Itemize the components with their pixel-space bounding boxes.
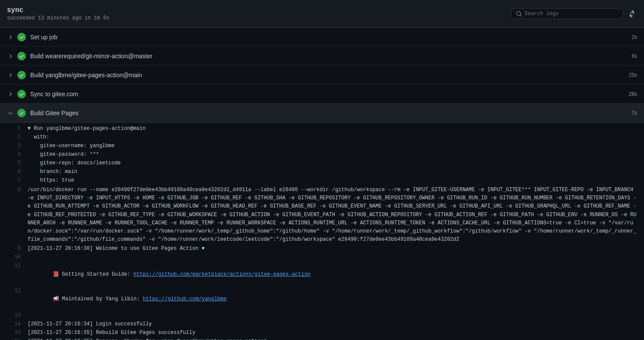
- log-text: gitee-password: ***: [28, 151, 637, 159]
- search-icon: [516, 11, 522, 17]
- log-text: 📕 Getting Started Guide: https://github.…: [28, 262, 637, 287]
- job-name-setup: Set up job: [30, 34, 631, 41]
- log-line-cmd[interactable]: 8 /usr/bin/docker run --name e28490f27de…: [0, 185, 644, 245]
- line-number: 16: [7, 337, 21, 340]
- line-number: 13: [7, 312, 21, 320]
- status-success-icon: [17, 90, 26, 98]
- status-success-icon: [17, 71, 26, 79]
- log-text: ▼ Run yanglbme/gitee-pages-action@main: [28, 125, 637, 133]
- job-duration-gitee-main: 25s: [629, 72, 637, 78]
- log-line-link[interactable]: 12 📢 Maintained by Yang Libin: https://g…: [0, 287, 644, 312]
- log-text: [28, 312, 637, 320]
- job-duration-setup: 2s: [631, 34, 637, 40]
- log-text: gitee-repo: doocs/leetcode: [28, 159, 637, 167]
- log-line[interactable]: 2 with:: [0, 133, 644, 142]
- search-box[interactable]: [511, 9, 623, 19]
- chevron-right-icon: [7, 91, 14, 98]
- job-name-sync-gitee: Sync to gitee.com: [30, 91, 629, 98]
- line-number: 1: [7, 125, 21, 133]
- line-number: 10: [7, 253, 21, 261]
- log-line[interactable]: 5 gitee-repo: doocs/leetcode: [0, 159, 644, 168]
- yang-libin-link[interactable]: https://github.com/yanglbme: [143, 296, 226, 302]
- log-text: with:: [28, 133, 637, 142]
- log-text-cmd: /usr/bin/docker run --name e28490f27de0e…: [28, 186, 637, 244]
- line-number: 5: [7, 159, 21, 167]
- header-right: [511, 9, 637, 19]
- page-header: sync succeeded 13 minutes ago in 1m 8s: [0, 0, 644, 28]
- log-container: 1 ▼ Run yanglbme/gitee-pages-action@main…: [0, 123, 644, 340]
- job-list: Set up job 2s Build wearerequired/git-mi…: [0, 28, 644, 340]
- chevron-right-icon: [7, 53, 14, 60]
- job-name-build-gitee: Build Gitee Pages: [30, 110, 631, 116]
- search-input[interactable]: [525, 11, 619, 17]
- log-line-link[interactable]: 11 📕 Getting Started Guide: https://gith…: [0, 262, 644, 287]
- log-line[interactable]: 9 [2021-11-27 20:16:30] Welcome to use G…: [0, 245, 644, 253]
- page-subtitle: succeeded 13 minutes ago in 1m 8s: [7, 15, 110, 21]
- log-line[interactable]: 14 [2021-11-27 20:16:34] Login successfu…: [0, 320, 644, 329]
- line-number: 12: [7, 287, 21, 295]
- log-text: 📢 Maintained by Yang Libin: https://gith…: [28, 287, 637, 312]
- line-number: 8: [7, 186, 21, 194]
- page-title: sync: [7, 6, 110, 14]
- settings-button[interactable]: [627, 9, 637, 19]
- chevron-right-icon: [7, 34, 14, 41]
- line-number: 7: [7, 176, 21, 185]
- job-row-setup[interactable]: Set up job 2s: [0, 28, 644, 47]
- log-line[interactable]: 10: [0, 253, 644, 262]
- line-number: 15: [7, 329, 21, 337]
- status-success-icon: [17, 109, 26, 117]
- gear-icon: [628, 10, 635, 17]
- job-row-gitee-main[interactable]: Build yanglbme/gitee-pages-action@main 2…: [0, 66, 644, 85]
- job-duration-mirror: 6s: [631, 53, 637, 59]
- log-text: https: true: [28, 176, 637, 185]
- log-text: gitee-username: yanglbme: [28, 142, 637, 150]
- log-text: branch: main: [28, 168, 637, 176]
- log-line[interactable]: 3 gitee-username: yanglbme: [0, 142, 644, 151]
- job-duration-build-gitee: 7s: [631, 110, 637, 116]
- line-number: 9: [7, 245, 21, 253]
- job-name-gitee-main: Build yanglbme/gitee-pages-action@main: [30, 72, 629, 79]
- line-number: 6: [7, 168, 21, 176]
- job-row-sync-gitee[interactable]: Sync to gitee.com 28s: [0, 85, 644, 104]
- log-text: [2021-11-27 20:16:35] Success, thanks fo…: [28, 337, 637, 340]
- book-emoji: 📕: [53, 271, 59, 277]
- status-success-icon: [17, 33, 26, 41]
- chevron-down-icon: [7, 110, 14, 116]
- log-line[interactable]: 4 gitee-password: ***: [0, 151, 644, 159]
- job-name-mirror: Build wearerequired/git-mirror-action@ma…: [30, 53, 631, 60]
- getting-started-link[interactable]: https://github.com/marketplace/actions/g…: [133, 271, 310, 277]
- line-number: 14: [7, 320, 21, 328]
- log-line[interactable]: 15 [2021-11-27 20:16:35] Rebuild Gitee P…: [0, 329, 644, 337]
- log-text: [28, 253, 637, 261]
- header-left: sync succeeded 13 minutes ago in 1m 8s: [7, 6, 110, 21]
- log-line[interactable]: 1 ▼ Run yanglbme/gitee-pages-action@main: [0, 125, 644, 133]
- job-row-build-gitee[interactable]: Build Gitee Pages 7s: [0, 104, 644, 123]
- line-number: 4: [7, 151, 21, 159]
- chevron-right-icon: [7, 72, 14, 79]
- line-number: 2: [7, 133, 21, 142]
- log-text: [2021-11-27 20:16:34] Login successfully: [28, 320, 637, 328]
- megaphone-emoji: 📢: [53, 296, 59, 302]
- line-number: 3: [7, 142, 21, 150]
- log-line[interactable]: 13: [0, 312, 644, 320]
- log-line[interactable]: 6 branch: main: [0, 168, 644, 176]
- status-success-icon: [17, 52, 26, 60]
- log-text: [2021-11-27 20:16:30] Welcome to use Git…: [28, 245, 637, 253]
- line-number: 11: [7, 262, 21, 270]
- log-line[interactable]: 16 [2021-11-27 20:16:35] Success, thanks…: [0, 337, 644, 340]
- job-row-mirror[interactable]: Build wearerequired/git-mirror-action@ma…: [0, 47, 644, 66]
- job-duration-sync-gitee: 28s: [629, 91, 637, 97]
- log-line[interactable]: 7 https: true: [0, 176, 644, 185]
- log-text: [2021-11-27 20:16:35] Rebuild Gitee Page…: [28, 329, 637, 337]
